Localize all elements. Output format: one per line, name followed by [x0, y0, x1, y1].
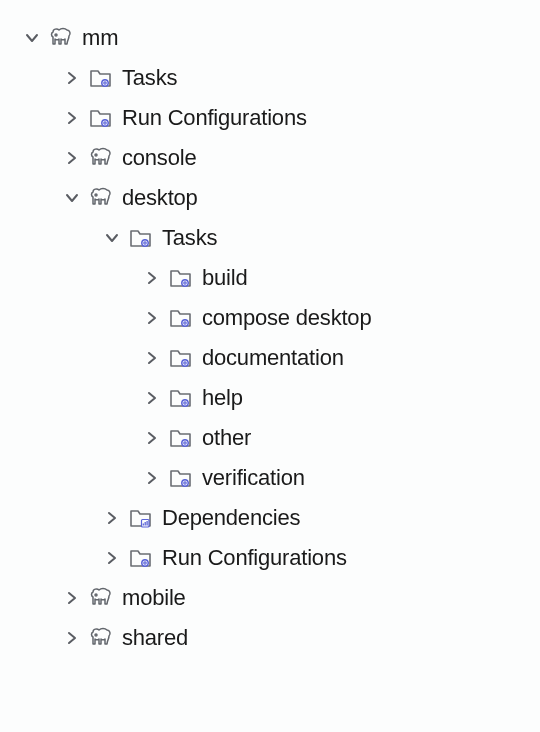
tree-item-label: mm — [82, 27, 118, 49]
chevron-right-icon[interactable] — [140, 466, 164, 490]
folder-gear-icon — [88, 105, 114, 131]
tree-item-label: Dependencies — [162, 507, 300, 529]
gradle-icon — [88, 185, 114, 211]
tree-item-mobile[interactable]: mobile — [0, 578, 540, 618]
folder-gear-icon — [128, 545, 154, 571]
tree-item-label: shared — [122, 627, 188, 649]
chevron-right-icon[interactable] — [140, 426, 164, 450]
tree-item-documentation[interactable]: documentation — [0, 338, 540, 378]
gradle-icon — [88, 585, 114, 611]
chevron-right-icon[interactable] — [60, 146, 84, 170]
tree-item-mm[interactable]: mm — [0, 18, 540, 58]
folder-gear-icon — [168, 265, 194, 291]
tree-item-compose-desktop[interactable]: compose desktop — [0, 298, 540, 338]
tree-item-other[interactable]: other — [0, 418, 540, 458]
folder-gear-icon — [168, 345, 194, 371]
tree-item-label: help — [202, 387, 243, 409]
chevron-right-icon[interactable] — [140, 346, 164, 370]
chevron-down-icon[interactable] — [100, 226, 124, 250]
folder-gear-icon — [168, 385, 194, 411]
folder-gear-icon — [128, 225, 154, 251]
chevron-down-icon[interactable] — [60, 186, 84, 210]
gradle-icon — [48, 25, 74, 51]
chevron-right-icon[interactable] — [60, 626, 84, 650]
gradle-icon — [88, 625, 114, 651]
tree-item-label: mobile — [122, 587, 186, 609]
folder-gear-icon — [168, 305, 194, 331]
tree-item-tasks[interactable]: Tasks — [0, 58, 540, 98]
chevron-right-icon[interactable] — [140, 306, 164, 330]
folder-gear-icon — [88, 65, 114, 91]
tree-item-desktop-tasks[interactable]: Tasks — [0, 218, 540, 258]
tree-item-run-configurations[interactable]: Run Configurations — [0, 98, 540, 138]
tree-item-build[interactable]: build — [0, 258, 540, 298]
tree-item-console[interactable]: console — [0, 138, 540, 178]
tree-item-label: desktop — [122, 187, 198, 209]
folder-gear-icon — [168, 465, 194, 491]
chevron-right-icon[interactable] — [60, 106, 84, 130]
tree-item-label: build — [202, 267, 247, 289]
tree-item-label: Run Configurations — [122, 107, 307, 129]
tree-item-dependencies[interactable]: Dependencies — [0, 498, 540, 538]
chevron-right-icon[interactable] — [100, 506, 124, 530]
folder-gear-icon — [168, 425, 194, 451]
tree-item-label: other — [202, 427, 251, 449]
chevron-right-icon[interactable] — [140, 266, 164, 290]
chevron-down-icon[interactable] — [20, 26, 44, 50]
chevron-right-icon[interactable] — [100, 546, 124, 570]
tree-item-desktop[interactable]: desktop — [0, 178, 540, 218]
tree-item-label: verification — [202, 467, 305, 489]
chevron-right-icon[interactable] — [60, 66, 84, 90]
chevron-right-icon[interactable] — [60, 586, 84, 610]
tree-item-shared[interactable]: shared — [0, 618, 540, 658]
gradle-icon — [88, 145, 114, 171]
tree-item-label: documentation — [202, 347, 344, 369]
tree-item-label: console — [122, 147, 196, 169]
tree-item-label: Tasks — [122, 67, 177, 89]
tree-item-label: Run Configurations — [162, 547, 347, 569]
tree-item-help[interactable]: help — [0, 378, 540, 418]
tree-item-verification[interactable]: verification — [0, 458, 540, 498]
tree-item-label: Tasks — [162, 227, 217, 249]
chevron-right-icon[interactable] — [140, 386, 164, 410]
folder-bars-icon — [128, 505, 154, 531]
tree-item-label: compose desktop — [202, 307, 371, 329]
tree-item-desktop-run-configurations[interactable]: Run Configurations — [0, 538, 540, 578]
